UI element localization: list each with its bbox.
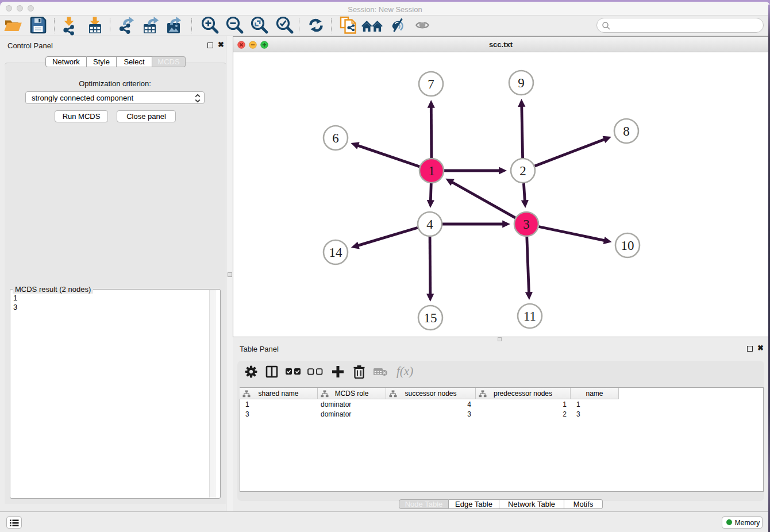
svg-text:2: 2 <box>519 164 526 178</box>
svg-text:4: 4 <box>426 217 433 232</box>
svg-text:11: 11 <box>523 309 536 323</box>
svg-text:3: 3 <box>523 217 530 232</box>
svg-text:7: 7 <box>428 77 434 91</box>
svg-text:14: 14 <box>329 245 343 260</box>
svg-text:1: 1 <box>428 164 435 178</box>
svg-text:6: 6 <box>332 131 339 145</box>
svg-text:9: 9 <box>518 76 525 90</box>
svg-text:8: 8 <box>623 124 630 138</box>
svg-text:10: 10 <box>621 238 634 253</box>
svg-text:15: 15 <box>424 311 437 325</box>
